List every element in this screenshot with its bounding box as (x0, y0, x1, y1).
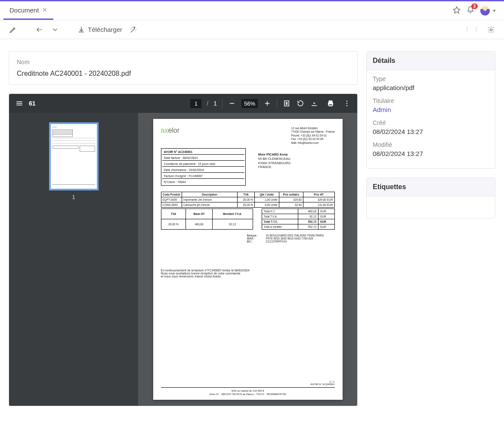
zoom-out-icon[interactable] (228, 99, 236, 108)
star-icon[interactable] (453, 6, 461, 15)
print-icon[interactable] (326, 99, 335, 108)
download-icon[interactable] (310, 99, 318, 108)
items-table: Code Produit Description TVA Qté / Unité… (161, 192, 335, 208)
pdf-label61: 61 (29, 100, 36, 107)
type-value: application/pdf (373, 84, 489, 91)
chevron-down-icon[interactable] (51, 25, 59, 34)
company-info: 12 rue Albert Einstein 77420 Champs sur … (291, 127, 334, 145)
note: En remboursement de la facture n°FC24000… (161, 269, 335, 278)
thumb-number: 1 (72, 194, 75, 200)
created-label: Créé (373, 119, 489, 126)
page-input[interactable] (190, 99, 201, 108)
notification-badge: 3 (471, 3, 478, 9)
pdf-toolbar: 61 / 1 56% (9, 94, 357, 113)
more-icon[interactable] (343, 99, 351, 108)
owner-value[interactable]: Admin (373, 106, 489, 113)
tab-document[interactable]: Document ✕ (3, 1, 53, 20)
owner-label: Titulaire (373, 97, 489, 104)
edit-icon[interactable] (9, 25, 17, 34)
pdf-page: axelor 12 rue Albert Einstein 77420 Cham… (153, 119, 343, 400)
type-label: Type (373, 75, 489, 82)
name-card: Nom Creditnote AC240001 - 20240208.pdf (9, 51, 358, 85)
details-title: Détails (367, 52, 495, 70)
svg-point-4 (346, 105, 347, 106)
thumbnail-panel: axelor (9, 113, 138, 406)
zoom-percent[interactable]: 56% (241, 99, 258, 108)
name-value: Creditnote AC240001 - 20240208.pdf (17, 70, 349, 78)
magic-wand-icon[interactable] (129, 25, 138, 34)
prev-record-icon[interactable]: 〈 (463, 26, 469, 34)
tags-title: Etiquettes (367, 178, 495, 196)
close-icon[interactable]: ✕ (42, 6, 47, 13)
svg-point-3 (346, 103, 347, 104)
menu-icon[interactable] (15, 99, 24, 108)
tab-label: Document (9, 6, 39, 14)
avatar[interactable] (480, 6, 490, 16)
next-record-icon[interactable]: 〉 (475, 26, 481, 34)
zoom-in-icon[interactable] (263, 99, 272, 108)
page-area[interactable]: axelor 12 rue Albert Einstein 77420 Cham… (138, 113, 357, 406)
tags-panel: Etiquettes (366, 177, 495, 218)
fit-page-icon[interactable] (282, 99, 291, 108)
download-button[interactable]: Télécharger (77, 26, 122, 34)
download-label: Télécharger (88, 26, 122, 33)
tax-table: TVA Base HT Montant T.V.A. 20,00 % 460,6… (161, 209, 253, 230)
back-icon[interactable] (35, 25, 44, 34)
rotate-icon[interactable] (296, 99, 305, 108)
details-panel: Détails Type application/pdf Titulaire A… (366, 51, 495, 169)
bank-info: Banque :16 BOULEVARD DES ITALIENS 75450 … (247, 234, 335, 243)
bell-icon[interactable]: 3 (467, 6, 474, 15)
pdf-viewer: 61 / 1 56% (9, 93, 358, 406)
modified-value: 08/02/2024 13:27 (373, 150, 489, 157)
table-row: EQPT-0005 Imprimante Jet d'encre 20,00 %… (161, 197, 334, 202)
meta-table: AVOIR N° AC240001 Date facture : 08/02/2… (161, 148, 246, 186)
created-value: 08/02/2024 13:27 (373, 128, 489, 135)
logo: axelor (161, 127, 180, 145)
table-row: CONS-0003 Cartouche jet d'encre 20,00 % … (161, 202, 334, 208)
svg-point-2 (346, 101, 347, 102)
totals-table: Total H.T.460,60EUR Total T.V.A.92,12EUR… (262, 209, 335, 230)
gear-icon[interactable] (487, 25, 495, 34)
billing-address: Mme PICARD Anna 55 BD CLEMENCEAU 67000 S… (258, 153, 335, 169)
name-label: Nom (17, 59, 349, 65)
svg-point-0 (490, 28, 492, 31)
page-thumbnail[interactable]: axelor (49, 122, 99, 190)
modified-label: Modifié (373, 141, 489, 148)
page-total: 1 (213, 100, 217, 107)
page-footer: 1 / 1 AVOIR N° AC240001 SAS au capital d… (161, 380, 335, 395)
chevron-down-icon[interactable]: ▼ (492, 9, 496, 13)
